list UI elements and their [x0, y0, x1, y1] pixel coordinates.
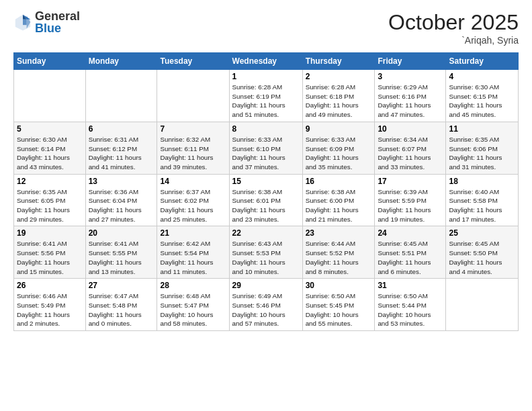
day-info: Sunrise: 6:36 AMSunset: 6:04 PMDaylight:…: [89, 187, 154, 224]
day-info: Sunrise: 6:30 AMSunset: 6:14 PMDaylight:…: [17, 135, 83, 172]
day-info: Sunrise: 6:46 AMSunset: 5:49 PMDaylight:…: [17, 291, 83, 328]
day-number: 10: [378, 124, 443, 134]
day-info: Sunrise: 6:35 AMSunset: 6:05 PMDaylight:…: [17, 187, 83, 224]
day-info: Sunrise: 6:28 AMSunset: 6:19 PMDaylight:…: [232, 83, 300, 120]
logo: General Blue: [13, 10, 80, 34]
col-wednesday: Wednesday: [229, 53, 302, 70]
day-info: Sunrise: 6:38 AMSunset: 6:01 PMDaylight:…: [232, 187, 300, 224]
day-info: Sunrise: 6:48 AMSunset: 5:47 PMDaylight:…: [160, 291, 226, 328]
calendar-cell-w5-d1: 27Sunrise: 6:47 AMSunset: 5:48 PMDayligh…: [85, 279, 157, 331]
week-row-5: 26Sunrise: 6:46 AMSunset: 5:49 PMDayligh…: [14, 279, 519, 331]
day-number: 23: [306, 228, 372, 238]
day-number: 12: [17, 177, 83, 186]
calendar-cell-w4-d6: 25Sunrise: 6:45 AMSunset: 5:50 PMDayligh…: [446, 226, 519, 279]
day-number: 13: [89, 177, 154, 186]
logo-icon: [13, 13, 32, 32]
day-number: 2: [306, 72, 372, 81]
week-row-1: 1Sunrise: 6:28 AMSunset: 6:19 PMDaylight…: [14, 70, 519, 122]
calendar-cell-w2-d4: 9Sunrise: 6:33 AMSunset: 6:09 PMDaylight…: [302, 122, 375, 174]
day-number: 8: [232, 124, 300, 134]
calendar-cell-w5-d4: 30Sunrise: 6:50 AMSunset: 5:45 PMDayligh…: [302, 279, 375, 331]
day-number: 15: [232, 177, 300, 186]
day-info: Sunrise: 6:29 AMSunset: 6:16 PMDaylight:…: [378, 83, 443, 120]
calendar-cell-w5-d3: 29Sunrise: 6:49 AMSunset: 5:46 PMDayligh…: [229, 279, 302, 331]
calendar-cell-w4-d1: 20Sunrise: 6:41 AMSunset: 5:55 PMDayligh…: [85, 226, 157, 279]
day-info: Sunrise: 6:50 AMSunset: 5:45 PMDaylight:…: [306, 291, 372, 328]
day-number: 7: [160, 124, 226, 134]
day-number: 16: [306, 177, 372, 186]
day-number: 31: [378, 281, 443, 290]
calendar-cell-w4-d0: 19Sunrise: 6:41 AMSunset: 5:56 PMDayligh…: [14, 226, 86, 279]
header: General Blue October 2025 `Ariqah, Syria: [13, 10, 519, 46]
calendar-cell-w3-d0: 12Sunrise: 6:35 AMSunset: 6:05 PMDayligh…: [14, 174, 86, 226]
day-number: 20: [89, 228, 154, 238]
day-number: 22: [232, 228, 300, 238]
day-info: Sunrise: 6:41 AMSunset: 5:56 PMDaylight:…: [17, 239, 83, 276]
day-number: 6: [89, 124, 154, 134]
day-number: 28: [160, 281, 226, 290]
day-info: Sunrise: 6:38 AMSunset: 6:00 PMDaylight:…: [306, 187, 372, 224]
day-number: 18: [449, 177, 515, 186]
day-number: 14: [160, 177, 226, 186]
logo-name: General Blue: [35, 10, 80, 34]
day-number: 4: [449, 72, 515, 81]
day-info: Sunrise: 6:32 AMSunset: 6:11 PMDaylight:…: [160, 135, 226, 172]
week-row-4: 19Sunrise: 6:41 AMSunset: 5:56 PMDayligh…: [14, 226, 519, 279]
calendar-cell-w1-d6: 4Sunrise: 6:30 AMSunset: 6:15 PMDaylight…: [446, 70, 519, 122]
calendar-cell-w3-d2: 14Sunrise: 6:37 AMSunset: 6:02 PMDayligh…: [157, 174, 229, 226]
day-info: Sunrise: 6:30 AMSunset: 6:15 PMDaylight:…: [449, 83, 515, 120]
calendar-cell-w2-d1: 6Sunrise: 6:31 AMSunset: 6:12 PMDaylight…: [85, 122, 157, 174]
svg-marker-4: [23, 19, 27, 25]
day-info: Sunrise: 6:45 AMSunset: 5:51 PMDaylight:…: [378, 239, 443, 276]
day-info: Sunrise: 6:41 AMSunset: 5:55 PMDaylight:…: [89, 239, 154, 276]
day-number: 26: [17, 281, 83, 290]
logo-general: General: [35, 9, 80, 23]
day-info: Sunrise: 6:33 AMSunset: 6:10 PMDaylight:…: [232, 135, 300, 172]
calendar-cell-w2-d3: 8Sunrise: 6:33 AMSunset: 6:10 PMDaylight…: [229, 122, 302, 174]
calendar-cell-w3-d1: 13Sunrise: 6:36 AMSunset: 6:04 PMDayligh…: [85, 174, 157, 226]
col-monday: Monday: [85, 53, 157, 70]
day-number: 1: [232, 72, 300, 81]
week-row-2: 5Sunrise: 6:30 AMSunset: 6:14 PMDaylight…: [14, 122, 519, 174]
calendar-header-row: Sunday Monday Tuesday Wednesday Thursday…: [14, 53, 519, 70]
calendar-cell-w4-d2: 21Sunrise: 6:42 AMSunset: 5:54 PMDayligh…: [157, 226, 229, 279]
calendar-cell-w5-d5: 31Sunrise: 6:50 AMSunset: 5:44 PMDayligh…: [375, 279, 446, 331]
day-info: Sunrise: 6:49 AMSunset: 5:46 PMDaylight:…: [232, 291, 300, 328]
calendar-cell-w4-d5: 24Sunrise: 6:45 AMSunset: 5:51 PMDayligh…: [375, 226, 446, 279]
title-block: October 2025 `Ariqah, Syria: [388, 10, 519, 46]
day-number: 19: [17, 228, 83, 238]
day-number: 3: [378, 72, 443, 81]
col-saturday: Saturday: [446, 53, 519, 70]
day-info: Sunrise: 6:34 AMSunset: 6:07 PMDaylight:…: [378, 135, 443, 172]
day-number: 5: [17, 124, 83, 134]
day-number: 21: [160, 228, 226, 238]
location: `Ariqah, Syria: [388, 35, 519, 46]
day-info: Sunrise: 6:47 AMSunset: 5:48 PMDaylight:…: [89, 291, 154, 328]
col-thursday: Thursday: [302, 53, 375, 70]
day-info: Sunrise: 6:39 AMSunset: 5:59 PMDaylight:…: [378, 187, 443, 224]
calendar-cell-w1-d2: [157, 70, 229, 122]
day-info: Sunrise: 6:45 AMSunset: 5:50 PMDaylight:…: [449, 239, 515, 276]
calendar-cell-w1-d4: 2Sunrise: 6:28 AMSunset: 6:18 PMDaylight…: [302, 70, 375, 122]
day-number: 25: [449, 228, 515, 238]
calendar-cell-w3-d3: 15Sunrise: 6:38 AMSunset: 6:01 PMDayligh…: [229, 174, 302, 226]
day-info: Sunrise: 6:43 AMSunset: 5:53 PMDaylight:…: [232, 239, 300, 276]
calendar-cell-w3-d6: 18Sunrise: 6:40 AMSunset: 5:58 PMDayligh…: [446, 174, 519, 226]
calendar-cell-w2-d6: 11Sunrise: 6:35 AMSunset: 6:06 PMDayligh…: [446, 122, 519, 174]
day-info: Sunrise: 6:35 AMSunset: 6:06 PMDaylight:…: [449, 135, 515, 172]
day-info: Sunrise: 6:42 AMSunset: 5:54 PMDaylight:…: [160, 239, 226, 276]
calendar-cell-w1-d3: 1Sunrise: 6:28 AMSunset: 6:19 PMDaylight…: [229, 70, 302, 122]
calendar-cell-w1-d5: 3Sunrise: 6:29 AMSunset: 6:16 PMDaylight…: [375, 70, 446, 122]
logo-blue: Blue: [35, 21, 61, 35]
day-number: 29: [232, 281, 300, 290]
calendar-cell-w3-d4: 16Sunrise: 6:38 AMSunset: 6:00 PMDayligh…: [302, 174, 375, 226]
calendar-cell-w2-d5: 10Sunrise: 6:34 AMSunset: 6:07 PMDayligh…: [375, 122, 446, 174]
day-number: 24: [378, 228, 443, 238]
col-sunday: Sunday: [14, 53, 86, 70]
calendar-cell-w4-d4: 23Sunrise: 6:44 AMSunset: 5:52 PMDayligh…: [302, 226, 375, 279]
day-number: 17: [378, 177, 443, 186]
calendar-cell-w2-d2: 7Sunrise: 6:32 AMSunset: 6:11 PMDaylight…: [157, 122, 229, 174]
calendar-cell-w4-d3: 22Sunrise: 6:43 AMSunset: 5:53 PMDayligh…: [229, 226, 302, 279]
day-number: 27: [89, 281, 154, 290]
calendar-cell-w2-d0: 5Sunrise: 6:30 AMSunset: 6:14 PMDaylight…: [14, 122, 86, 174]
